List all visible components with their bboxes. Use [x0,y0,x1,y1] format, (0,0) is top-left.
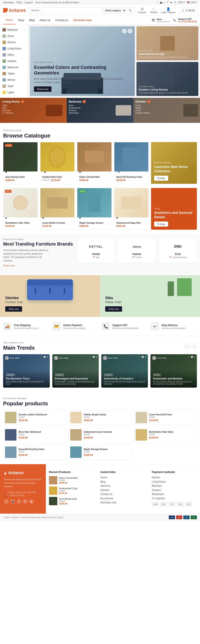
share-icon-3[interactable]: ⋯ [138,356,140,358]
lema-wishlist[interactable]: ♡ [70,190,73,193]
popular-item-boro[interactable]: Boro Star Sideboard Kartell $129.00 [3,427,66,442]
trend-card-1[interactable]: Buzz Adore ⋯ 💬 0 Lifestyle The Monsieur … [3,354,50,388]
hero-prev-arrow[interactable]: ‹ [122,29,127,34]
popular-item-magis2[interactable]: Magis Storage Drawer Kartell $199.00 [68,444,131,460]
popular-item-linen[interactable]: Linen Haverhill Chair Kartell $119.00 [134,410,197,425]
social-p[interactable]: P [167,1,169,4]
nav-blog[interactable]: Blog [27,16,37,24]
compare-action[interactable]: ⊡ Compare [138,7,147,14]
handcarved-wishlist[interactable]: ♡ [144,190,147,193]
footer-social-y[interactable]: ▶ [29,499,34,504]
hero-next-arrow[interactable]: › [128,29,132,34]
brand-kettal[interactable]: KETTAL Kettal 📍 Italy [77,238,115,263]
sidebar-item-bathroom[interactable]: Bathroom [0,64,28,70]
product-magis[interactable]: NEW ♡ Magis Storage Drawer $199.00 [77,188,112,230]
footer-payment-drawers[interactable]: Drawers [152,488,197,492]
footer-payment-kitchen[interactable]: Kitchen [152,476,197,479]
language-selector[interactable]: 🇺🇸 USA ▾ [187,1,197,4]
popular-item-haverhill2[interactable]: Haverhill Rocking Chair Kartell $149.00 [3,444,66,460]
product-haverhill[interactable]: ♡ Haverhill Rocking Chair $149.00 [114,142,149,184]
product-edlyn[interactable]: ♡ Edlyn Chesterfield $199.00 [77,142,112,184]
trends-prev-button[interactable]: ‹ [184,344,190,349]
nav-shop[interactable]: Shop [15,16,27,24]
footer-payment-wardrobes[interactable]: Wardrobes [152,493,197,496]
footer-link-account[interactable]: My account [100,497,146,500]
living-link-sofas[interactable]: Sofas [2,104,24,106]
popular-item-odetta[interactable]: Odetta Single Vanity Kartell $195.00 [68,410,131,425]
popular-item-sorella[interactable]: Sorelia Leather Sideboard Kartell $219.0… [3,410,66,425]
search-button[interactable]: 🔍 [126,8,135,13]
social-f[interactable]: f [157,1,158,4]
living-link-sofa[interactable]: Sofa [2,107,24,109]
footer-social-p[interactable]: P [23,499,27,504]
kitchen-link-doors[interactable]: Doors [135,109,150,112]
product-handcarved[interactable]: ♡ Handcarved Edge Bed $169.00 [114,188,149,230]
footer-payment-tv[interactable]: TV cabinets [152,497,197,500]
share-icon[interactable]: ⋯ [40,356,42,358]
footer-social-f[interactable]: f [4,499,9,504]
sidebar-item-office[interactable]: Office [0,52,28,58]
nav-home[interactable]: Home [3,16,15,24]
trend-card-3[interactable]: Buzz Adore ⋯ 💬 0 Outdoor Authenticity of… [101,354,148,388]
sidebar-item-decor[interactable]: Decor [0,33,28,39]
sidebar-item-living[interactable]: Living Room [0,46,28,52]
popular-item-bumblebee2[interactable]: Bumblebee Side Table Kartell $149.00 [134,427,197,442]
comment-icon-3[interactable]: 💬 [142,356,144,358]
aura-wishlist[interactable]: ♡ [33,144,36,147]
category-select[interactable]: Select category [103,8,126,13]
nav-purchase[interactable]: Purchase now [71,16,94,24]
login-action[interactable]: 👤 Login / Register [161,7,176,14]
sidebar-item-kitchen[interactable]: Kitchen [0,39,28,46]
glenlee-shop-button[interactable]: Shop now [5,306,22,312]
product-lema[interactable]: ♡ Lema Media Console $149.00 [40,188,75,230]
kitchen-link-tables[interactable]: Tables [135,107,150,109]
social-y[interactable]: ▶ [171,1,172,4]
room-card-kitchen[interactable]: Kitchen 4 Chairs Tables Doors Outdoor ki… [133,98,200,123]
footer-link-about[interactable]: About us [100,484,146,487]
kitchen-link-outdoor[interactable]: Outdoor kitchen [135,112,150,114]
comment-icon-2[interactable]: 💬 [92,356,95,358]
footer-product-aura[interactable]: Aura Dining Chair Kartell $189.00 [49,497,94,505]
footer-social-t[interactable]: t [17,499,21,504]
living-link-armchair[interactable]: Armchair [2,109,24,112]
share-icon-4[interactable]: ⋯ [188,356,190,358]
trends-next-button[interactable]: › [192,344,197,349]
comment-icon[interactable]: 💬 [43,356,46,358]
share-icon-2[interactable]: ⋯ [89,356,91,358]
trend-card-4[interactable]: Buzz Adore ⋯ 💬 0 Events Sustainable and … [150,354,197,388]
trend-card-2[interactable]: Buzz Adore ⋯ 💬 0 Lifestyle Extravagant a… [52,354,99,388]
cart-button[interactable]: 🛒 0 / $0.00 [179,8,197,13]
hero-read-more-button[interactable]: Read more [34,86,51,92]
living-link-tv[interactable]: TV cabinets [2,112,24,114]
sidebar-item-shelf[interactable]: Shelf [0,83,28,89]
brand-falmec[interactable]: falmec Falmec 📍 Holland [118,238,156,263]
sidebar-item-bedroom[interactable]: Bedroom › [0,27,28,33]
popular-item-lotus[interactable]: Embossed Lotus Console Kartell $149.00 [68,427,131,442]
search-input[interactable] [29,8,103,13]
promo1-shop-button[interactable]: To shop [154,176,168,181]
bedroom-link-bookshelves[interactable]: Bookshelves [69,107,86,109]
product-heatherfield[interactable]: ♡ Heatherfield Chair $139.00 $119.00 [40,142,75,184]
footer-social-i[interactable]: 📷 [10,499,15,504]
magis-wishlist[interactable]: ♡ [107,190,110,193]
edlyn-wishlist[interactable]: ♡ [107,144,110,147]
footer-link-purchase[interactable]: Purchase now [100,501,146,504]
social-t[interactable]: t [164,1,165,4]
social-i[interactable]: 📷 [160,1,162,4]
footer-payment-bedroom[interactable]: Bedroom [152,484,197,487]
wishlist-action[interactable]: ♡ Wishlist [150,7,157,14]
logo[interactable]: Antares [3,8,26,13]
support-link[interactable]: Support [24,1,33,4]
promo2-shop-button[interactable]: To shop [154,222,168,226]
sika-shop-button[interactable]: Shop now [105,306,122,312]
footer-product-edlyn[interactable]: Edlyn Chesterfield Kartell $199.00 [49,476,94,484]
room-card-bedroom[interactable]: Bedroom 7 Beds Bookshelves Drawers Wardr… [67,98,133,123]
nav-contact[interactable]: Contact us [53,16,71,24]
room-card-living[interactable]: Living Room 3 Sofas Sofa Armchair TV cab… [0,98,67,123]
bedroom-link-beds[interactable]: Beds [69,104,86,106]
footer-link-blog[interactable]: Blog [100,480,146,483]
brands-read-more[interactable]: Read more [3,264,73,267]
faqs-link[interactable]: FAQs [16,1,22,4]
footer-link-wishlist[interactable]: Wishlist [100,488,146,492]
haverhill-wishlist[interactable]: ♡ [144,144,147,147]
